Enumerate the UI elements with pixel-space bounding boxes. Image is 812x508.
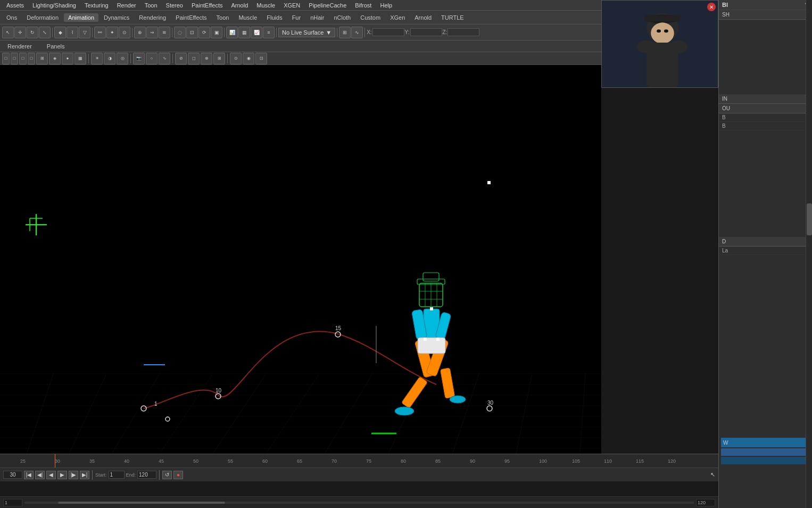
rp-in-header[interactable]: IN bbox=[719, 94, 812, 104]
menu-texturing[interactable]: Texturing bbox=[80, 2, 113, 9]
range-end-input[interactable] bbox=[137, 471, 156, 479]
tab-custom[interactable]: Custom bbox=[356, 13, 385, 22]
tab-arnold[interactable]: Arnold bbox=[410, 13, 436, 22]
play-forward-button[interactable]: ▶ bbox=[57, 471, 67, 479]
view-ao[interactable]: ◎ bbox=[117, 53, 128, 64]
view-top[interactable]: □ bbox=[28, 53, 35, 64]
tool-snap-grid[interactable]: ⊞ bbox=[339, 27, 351, 38]
scroll-thumb[interactable] bbox=[807, 203, 812, 235]
tab-fur[interactable]: Fur bbox=[288, 13, 305, 22]
view-nurbs[interactable]: ∿ bbox=[159, 53, 170, 64]
range-slider-thumb[interactable] bbox=[58, 502, 226, 504]
tool-cluster[interactable]: ✦ bbox=[106, 27, 118, 38]
view-camera[interactable]: 📷 bbox=[133, 53, 145, 64]
timeline[interactable]: 25 30 35 40 45 50 55 60 65 70 75 80 85 9… bbox=[0, 454, 718, 468]
view-hud[interactable]: ⊡ bbox=[255, 53, 267, 64]
menu-muscle[interactable]: Muscle bbox=[252, 2, 279, 9]
tool-scale[interactable]: ⤡ bbox=[39, 27, 51, 38]
view-select-highlight[interactable]: ◻ bbox=[188, 53, 200, 64]
menu-help[interactable]: Help bbox=[376, 2, 396, 9]
goto-end-button[interactable]: ▶| bbox=[80, 471, 89, 479]
tab-toon[interactable]: Toon bbox=[212, 13, 234, 22]
view-isolate[interactable]: ◉ bbox=[243, 53, 254, 64]
tab-muscle[interactable]: Muscle bbox=[234, 13, 261, 22]
rp-sh-header[interactable]: SH bbox=[719, 10, 812, 20]
menu-lighting[interactable]: Lighting/Shading bbox=[28, 2, 80, 9]
menu-bifrost[interactable]: Bifrost bbox=[351, 2, 376, 9]
tool-playblast[interactable]: ▣ bbox=[211, 27, 222, 38]
tool-breakdown[interactable]: ▽ bbox=[79, 27, 90, 38]
no-live-surface-dropdown[interactable]: No Live Surface ▼ bbox=[278, 28, 335, 37]
tool-keyframe[interactable]: ◆ bbox=[54, 27, 66, 38]
tool-ghost[interactable]: ◌ bbox=[174, 27, 186, 38]
tool-snapshot[interactable]: ⊡ bbox=[186, 27, 198, 38]
tab-ncloth[interactable]: nCloth bbox=[329, 13, 355, 22]
tool-move[interactable]: ✛ bbox=[14, 27, 26, 38]
tool-ik[interactable]: ⚯ bbox=[94, 27, 106, 38]
view-front[interactable]: □ bbox=[11, 53, 18, 64]
menu-assets[interactable]: Assets bbox=[2, 2, 28, 9]
frame-number-input[interactable] bbox=[3, 471, 22, 479]
loop-button[interactable]: ↺ bbox=[162, 471, 172, 479]
view-grid[interactable]: ⊞ bbox=[36, 53, 48, 64]
z-coord-input[interactable] bbox=[448, 28, 479, 36]
tool-graph[interactable]: 📈 bbox=[251, 27, 262, 38]
rp-out-header[interactable]: OU bbox=[719, 104, 812, 113]
view-xray[interactable]: ⊘ bbox=[175, 53, 187, 64]
goto-start-button[interactable]: |◀ bbox=[24, 471, 34, 479]
tool-turntable[interactable]: ⟳ bbox=[198, 27, 210, 38]
tab-deformation[interactable]: Deformation bbox=[22, 13, 63, 22]
view-joints[interactable]: ○ bbox=[146, 53, 158, 64]
right-panel-bl-section[interactable]: Bl ▼ bbox=[719, 0, 812, 10]
view-persp[interactable]: □ bbox=[2, 53, 10, 64]
step-back-button[interactable]: ◀| bbox=[35, 471, 45, 479]
tool-parent[interactable]: ⇒ bbox=[146, 27, 158, 38]
view-bookmark[interactable]: ⊙ bbox=[230, 53, 242, 64]
tool-motion-trail[interactable]: ≋ bbox=[159, 27, 170, 38]
tool-trax[interactable]: ≡ bbox=[263, 27, 275, 38]
tool-rotate[interactable]: ↻ bbox=[27, 27, 38, 38]
range-slider[interactable] bbox=[24, 502, 694, 504]
menu-pipeline[interactable]: PipelineCache bbox=[304, 2, 351, 9]
tool-tangent[interactable]: ⌇ bbox=[67, 27, 78, 38]
3d-viewport[interactable]: 1 10 15 30 bbox=[0, 65, 601, 454]
tab-nhair[interactable]: nHair bbox=[306, 13, 328, 22]
tab-ons[interactable]: Ons bbox=[2, 13, 21, 22]
tool-skin[interactable]: ⊙ bbox=[119, 27, 130, 38]
webcam-close-button[interactable]: ✕ bbox=[707, 3, 716, 11]
panel-panels[interactable]: Panels bbox=[43, 42, 69, 51]
tab-fluids[interactable]: Fluids bbox=[262, 13, 286, 22]
tool-select[interactable]: ↖ bbox=[2, 27, 14, 38]
rp-d-header[interactable]: D bbox=[719, 237, 812, 247]
view-texture[interactable]: ▦ bbox=[74, 53, 86, 64]
x-coord-input[interactable] bbox=[372, 28, 404, 36]
view-shadow[interactable]: ◑ bbox=[104, 53, 115, 64]
view-wireframe[interactable]: ◈ bbox=[49, 53, 61, 64]
menu-painteffects[interactable]: PaintEffects bbox=[187, 2, 227, 9]
tab-turtle[interactable]: TURTLE bbox=[437, 13, 468, 22]
tab-dynamics[interactable]: Dynamics bbox=[100, 13, 134, 22]
menu-render[interactable]: Render bbox=[113, 2, 140, 9]
tool-editor[interactable]: 📊 bbox=[226, 27, 238, 38]
menu-stereo[interactable]: Stereo bbox=[162, 2, 187, 9]
menu-toon[interactable]: Toon bbox=[140, 2, 162, 9]
tab-xgen[interactable]: XGen bbox=[386, 13, 409, 22]
tool-snap-curve[interactable]: ∿ bbox=[351, 27, 363, 38]
record-button[interactable]: ● bbox=[173, 471, 183, 479]
tab-rendering[interactable]: Rendering bbox=[135, 13, 170, 22]
menu-xgen[interactable]: XGEN bbox=[279, 2, 304, 9]
rp-blue-btn[interactable]: W bbox=[721, 438, 810, 447]
tool-dope[interactable]: ▦ bbox=[238, 27, 250, 38]
play-back-button[interactable]: ◀ bbox=[46, 471, 56, 479]
view-plugin[interactable]: ⊕ bbox=[201, 53, 212, 64]
panel-renderer[interactable]: Renderer bbox=[3, 42, 36, 51]
step-forward-button[interactable]: |▶ bbox=[69, 471, 78, 479]
tab-painteffects[interactable]: PaintEffects bbox=[171, 13, 211, 22]
view-smooth[interactable]: ● bbox=[62, 53, 73, 64]
y-coord-input[interactable] bbox=[410, 28, 442, 36]
view-light[interactable]: ☀ bbox=[91, 53, 103, 64]
start-frame-input[interactable] bbox=[3, 499, 22, 506]
menu-arnold[interactable]: Arnold bbox=[227, 2, 252, 9]
end-frame-input[interactable] bbox=[696, 499, 715, 506]
view-resolution[interactable]: ⊞ bbox=[213, 53, 225, 64]
